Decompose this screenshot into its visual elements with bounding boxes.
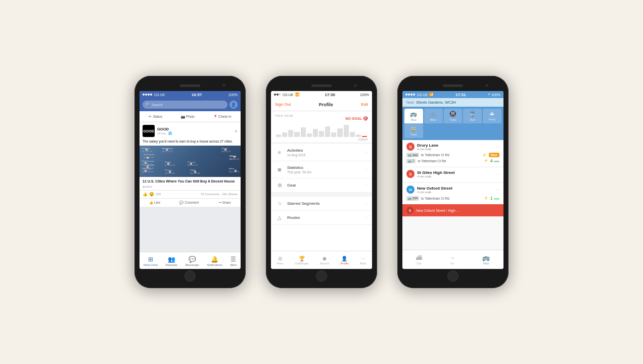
city-icon: 🏙 — [416, 254, 422, 261]
go-icon: → — [449, 254, 455, 261]
fb-reactions-bar: 👍 😲 439 78 Comments 281 Shares — [140, 190, 241, 199]
cm-tab-rail[interactable]: 🚆 Rail — [463, 109, 482, 123]
strava-nav-more[interactable]: ··· More — [360, 256, 366, 265]
activities-sub: 14 Aug 2016 — [287, 153, 361, 157]
search-icon: 🔍 — [146, 103, 150, 107]
strava-menu-divider — [271, 193, 372, 197]
bus-route-icon-2: 🚌 — [408, 159, 411, 163]
fb-nav-newsfeed[interactable]: ⊞ News Feed — [144, 256, 158, 266]
cm-status-bar: O2-UK 📶 17:31 ↗ 100% — [402, 91, 503, 98]
target-icon: 🎯 — [363, 116, 368, 121]
cm-tab-bus[interactable]: 🚌 Bus — [404, 109, 423, 123]
strava-carrier: O2-UK — [283, 93, 293, 97]
cm-transport-tabs: 🚌 Bus 🚲 Bike 🚇 Tube 🚆 Rail ⛴ Ferry — [402, 107, 503, 123]
strava-menu-statistics[interactable]: ▦ Statistics This year: 30 km › — [271, 161, 372, 178]
strava-menu-starred[interactable]: ☆ Starred Segments › — [271, 197, 372, 211]
cm-tab-tram[interactable]: 🚊 Tram — [404, 123, 423, 138]
cm-stop-newoxford[interactable]: H New Oxford Street 4 min walk ··· 🚌 134 — [402, 183, 503, 204]
cm-stops-list: S Drury Lane 3 min walk ··· 🚌 242 — [402, 140, 503, 250]
newsfeed-icon: ⊞ — [148, 256, 153, 263]
phone-top-bar-3 — [402, 81, 503, 90]
cm-route-1: 🚌 1 to Tottenham Ct Rd ⚡ 4 min — [406, 158, 499, 164]
fb-nav-notifications[interactable]: 🔔 Notifications — [207, 256, 222, 266]
ferry-icon: ⛴ — [489, 111, 495, 117]
fb-photo-action[interactable]: 📷 Photo — [181, 115, 195, 119]
strava-chart-bars — [275, 119, 368, 137]
strava-nav-record[interactable]: ⏺ Record — [320, 256, 329, 265]
cm-nav-near[interactable]: 🚌 Near — [482, 254, 490, 265]
fb-status-action[interactable]: ✏ Status — [149, 115, 162, 119]
cm-stop-partial[interactable]: S New Oxford Street / High ... — [402, 204, 503, 216]
fb-nav-requests[interactable]: 👥 Requests — [166, 256, 177, 266]
cm-tab-tube[interactable]: 🚇 Tube — [444, 109, 463, 123]
phone-home-button-3[interactable] — [447, 270, 458, 282]
ellipsis-icon-3[interactable]: ··· — [495, 187, 499, 193]
strava-screen: O2-UK 📶 17:30 100% Sign Out Profile Edit… — [271, 91, 372, 269]
cm-nav-city[interactable]: 🏙 City — [416, 254, 422, 265]
phone-home-button-1[interactable] — [185, 270, 196, 282]
strava-nav-challenges[interactable]: 🏆 Challenges — [295, 256, 309, 265]
ellipsis-icon-1[interactable]: ··· — [495, 144, 499, 150]
cm-stop-circle-s1: S — [406, 143, 415, 151]
strava-no-goal: NO GOAL 🎯 — [345, 116, 368, 121]
fb-share-button[interactable]: ↪ Share — [218, 201, 231, 205]
cm-stop-drury-lane[interactable]: S Drury Lane 3 min walk ··· 🚌 242 — [402, 140, 503, 166]
fb-post: GOOD GOOD 14 hrs · 🌐 ∨ The salary you'd … — [140, 122, 241, 207]
messenger-icon: 💬 — [189, 256, 196, 263]
cm-stop-stgiles[interactable]: S St Giles High Street 4 min walk ··· — [402, 167, 503, 182]
ellipsis-icon-2[interactable]: ··· — [495, 171, 499, 177]
fb-action-buttons: 👍 Like 💬 Comment ↪ Share — [140, 199, 241, 207]
camera-icon: 📷 — [181, 115, 185, 119]
strava-menu-gear[interactable]: ⚙ Gear › — [271, 178, 372, 193]
cm-stop-stgiles-header: S St Giles High Street 4 min walk ··· — [406, 170, 499, 178]
strava-nav-feed[interactable]: ⊞ Feed — [277, 256, 283, 265]
fb-nav-messenger[interactable]: 💬 Messenger — [186, 256, 199, 266]
cm-route-134: 🚌 134 to Tottenham Ct Rd ⚡ 1 min — [406, 195, 499, 201]
strava-edit-button[interactable]: Edit — [361, 102, 368, 107]
cm-tab-ferry[interactable]: ⛴ Ferry — [483, 109, 501, 123]
cm-stop-walk-stgiles: 4 min walk — [417, 175, 455, 178]
feed-icon: ⊞ — [278, 256, 282, 261]
fb-checkin-action[interactable]: 📍 Check In — [213, 115, 232, 119]
fb-post-title: 11 U.S. Cities Where You Can Still Buy A… — [140, 177, 241, 185]
star-icon: ☆ — [276, 201, 283, 206]
fb-carrier: O2-UK — [154, 93, 165, 97]
cm-location-text: Shorts Gardens, WC2H — [416, 100, 456, 105]
strava-status-bar: O2-UK 📶 17:30 100% — [271, 91, 372, 98]
phone-speaker-3 — [443, 84, 463, 87]
cm-stop-walk-newoxford: 4 min walk — [417, 191, 452, 194]
bike-icon: 🚲 — [430, 111, 437, 117]
share-icon: ↪ — [218, 201, 221, 205]
strava-battery: 100% — [360, 93, 369, 97]
fb-nav-more[interactable]: ☰ More — [230, 256, 237, 266]
fb-search-box[interactable]: 🔍 Search — [143, 101, 227, 109]
cm-near-label: Near — [406, 101, 414, 104]
phone-camera-3 — [485, 84, 488, 87]
strava-nav-profile[interactable]: 👤 Profile — [341, 256, 349, 265]
cm-time: 17:31 — [455, 93, 466, 97]
record-icon: ⏺ — [322, 256, 327, 261]
near-icon: 🚌 — [482, 254, 490, 261]
cm-4min-badge: 4 min — [490, 158, 499, 163]
strava-signout-button[interactable]: Sign Out — [275, 102, 291, 107]
fb-comment-button[interactable]: 💬 Comment — [179, 201, 199, 205]
cm-tab-bike[interactable]: 🚲 Bike — [424, 109, 443, 123]
cm-transport-tabs-row2: 🚊 Tram — [402, 123, 503, 140]
phone-camera-1 — [222, 84, 225, 87]
phone-home-button-2[interactable] — [316, 270, 327, 282]
cm-nav-go[interactable]: → Go — [449, 254, 455, 265]
fb-screen: O2-UK 16:57 100% 🔍 Search 👤 ✏ Status — [140, 91, 241, 269]
fb-like-button[interactable]: 👍 Like — [149, 201, 160, 205]
strava-menu-routes[interactable]: △ Routes › — [271, 211, 372, 225]
fb-comments: 78 Comments — [201, 193, 219, 196]
chevron-right-icon-4: › — [365, 201, 367, 206]
fb-post-time: 14 hrs · 🌐 — [157, 131, 232, 135]
fb-avatar-icon[interactable]: 👤 — [229, 101, 238, 109]
statistics-icon: ▦ — [276, 167, 283, 172]
tram-icon: 🚊 — [410, 125, 417, 132]
phone-speaker-2 — [311, 84, 332, 87]
more-dots-icon: ··· — [361, 256, 365, 261]
strava-menu-activities[interactable]: ≡ Activities 14 Aug 2016 › — [271, 144, 372, 161]
fb-bottom-nav: ⊞ News Feed 👥 Requests 💬 Messenger 🔔 Not… — [140, 252, 241, 269]
strava-profile-title: Profile — [319, 102, 333, 107]
